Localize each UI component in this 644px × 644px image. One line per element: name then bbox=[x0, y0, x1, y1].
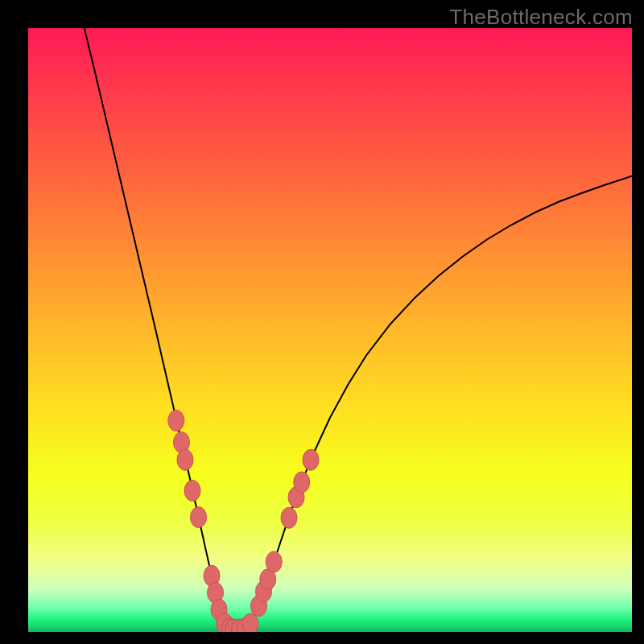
frame: TheBottleneck.com bbox=[0, 0, 644, 644]
bottleneck-curve bbox=[85, 28, 632, 630]
data-marker bbox=[281, 507, 297, 528]
data-marker bbox=[184, 481, 200, 502]
plot-area bbox=[28, 28, 632, 632]
data-marker bbox=[303, 449, 319, 470]
data-marker bbox=[294, 472, 310, 493]
data-marker bbox=[242, 613, 258, 632]
plot-svg bbox=[28, 28, 632, 632]
watermark-label: TheBottleneck.com bbox=[449, 5, 633, 30]
data-marker bbox=[266, 551, 282, 572]
data-marker bbox=[177, 449, 193, 470]
data-marker bbox=[168, 411, 184, 431]
data-markers bbox=[168, 411, 319, 633]
data-marker bbox=[191, 507, 207, 528]
